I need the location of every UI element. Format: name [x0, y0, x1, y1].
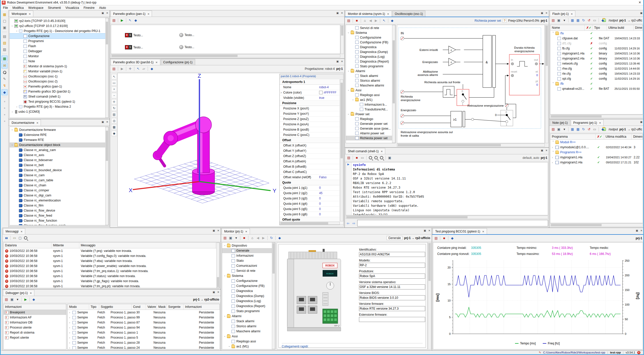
- expander-icon[interactable]: ›: [347, 112, 350, 116]
- column-header[interactable]: Tipo: [89, 304, 99, 310]
- tree-item[interactable]: Firmware RTE: [10, 137, 109, 142]
- tree-item[interactable]: Test ping/pong BCC/31 (pptest-1): [10, 99, 109, 104]
- copy-icon[interactable]: ▣: [228, 235, 233, 240]
- property-row[interactable]: Posizione B (posB): [280, 127, 340, 132]
- debugger-info-item[interactable]: Report di sistema: [4, 330, 66, 335]
- menu-visualizza[interactable]: Visualizza: [63, 6, 81, 10]
- property-row[interactable]: Posizione A (posA): [280, 122, 340, 127]
- column-header[interactable]: Sorgente: [167, 304, 184, 310]
- drop-icon[interactable]: ▾: [15, 297, 20, 302]
- column-header[interactable]: Mask: [157, 304, 167, 310]
- tab-pannello-grafico-3d[interactable]: Pannello grafico 3D (pan3d-1)✕: [111, 59, 160, 65]
- property-group[interactable]: Offset quote: [280, 217, 340, 221]
- scrollbar[interactable]: [272, 243, 275, 349]
- float-icon[interactable]: ▣: [101, 121, 104, 123]
- panel-widget-lamp[interactable]: Testo...: [179, 45, 194, 49]
- tree-item[interactable]: ›rp2-ufficio [TCP/IP 10.0.17.2:8100]: [10, 23, 109, 28]
- scrollbar[interactable]: [105, 18, 109, 118]
- close-icon[interactable]: ✕: [546, 149, 548, 152]
- tree-item[interactable]: Allarmi power set: [346, 131, 395, 136]
- copy-icon[interactable]: ▣: [556, 127, 561, 132]
- column-header[interactable]: Modo: [68, 304, 89, 310]
- debugger-info-item[interactable]: Breakpoint: [4, 310, 66, 315]
- tree-item[interactable]: ›Allarmi: [346, 69, 395, 73]
- debugger-info-item[interactable]: Report utente: [4, 335, 66, 340]
- hand-icon[interactable]: ▭: [360, 155, 365, 160]
- property-row[interactable]: Quota joint 6 (qj6)0: [280, 212, 340, 217]
- field-input[interactable]: [359, 295, 425, 300]
- config-icon[interactable]: ▨: [2, 47, 7, 52]
- table-row[interactable]: ›SempreFetchProcesso 1, passo 24NessunaP…: [68, 345, 220, 349]
- property-group[interactable]: Antropomorfo 1: [280, 79, 340, 85]
- page-icon[interactable]: ▢: [18, 235, 22, 240]
- table-row[interactable]: ✕10/03/2022 10:36:58sysm-1Variabile (?.g…: [4, 279, 220, 284]
- table-row[interactable]: rte.cfg✓config19/04/2021 14:23:33: [550, 71, 643, 76]
- tree-item[interactable]: Servizi di rete: [222, 268, 275, 273]
- tab-messaggi[interactable]: Messaggi✕: [3, 228, 25, 234]
- tree-item[interactable]: Classe rc_cam: [10, 173, 109, 178]
- hand-icon[interactable]: ▭: [592, 127, 597, 132]
- book-icon[interactable]: ◆: [600, 127, 605, 132]
- new-document-icon[interactable]: ▢: [2, 18, 7, 24]
- table-row[interactable]: df1.cfg✗config: [550, 41, 643, 46]
- table-row[interactable]: ›mymodule1@1.0.0....✓02/02/2022 14:40:34…: [550, 145, 643, 150]
- tree-item[interactable]: Riepilogo: [346, 116, 395, 121]
- property-row[interactable]: Offset Y (offsetY): [280, 148, 340, 154]
- field-input[interactable]: [359, 252, 425, 257]
- tree-item[interactable]: Programmi: [10, 39, 109, 44]
- rungray-icon[interactable]: ▶: [120, 66, 124, 71]
- tree-item[interactable]: Storico allarmi: [222, 324, 275, 329]
- column-header[interactable]: Dime: [634, 25, 643, 31]
- tree-item[interactable]: Generale: [222, 248, 275, 253]
- float-icon[interactable]: ▣: [213, 229, 215, 232]
- tree-item[interactable]: Generale power set: [346, 121, 395, 126]
- field-input[interactable]: [359, 306, 425, 311]
- expander-icon[interactable]: ›: [223, 315, 226, 318]
- table-row[interactable]: network.cfg✓config19/02/2021 13:39:46: [550, 61, 643, 66]
- scrollbar[interactable]: [346, 216, 548, 219]
- property-group[interactable]: Quote: [280, 180, 340, 185]
- pointer-icon[interactable]: ↖: [382, 18, 387, 23]
- table-row[interactable]: ›myprogram2.r4a✓09/02/2022 17:21:21102: [550, 160, 643, 165]
- field-input[interactable]: [359, 274, 425, 279]
- form-icon[interactable]: ▤: [112, 18, 116, 23]
- table-row[interactable]: xpl.cfg✓config11/02/2021 14:29:16: [550, 76, 643, 81]
- toggle-switch-icon[interactable]: 01: [125, 33, 132, 37]
- window-split-icon[interactable]: ▫: [2, 105, 7, 111]
- close-icon[interactable]: ✕: [640, 229, 642, 232]
- close-icon[interactable]: ✕: [381, 150, 383, 153]
- float-icon[interactable]: ▣: [336, 60, 339, 63]
- tree-item[interactable]: Estensione RPE: [10, 132, 109, 137]
- tree-item[interactable]: Classe rc_flow_feed: [10, 213, 109, 218]
- column-header[interactable]: ✗✓: [596, 134, 604, 139]
- table-row[interactable]: ✕10/03/2022 10:36:58sysm-1Variabile (?.t…: [4, 284, 220, 288]
- magicon-icon[interactable]: [374, 155, 378, 160]
- tree-item[interactable]: Diagnostica (Report): [346, 59, 395, 64]
- expander-icon[interactable]: ›: [228, 345, 231, 348]
- table-row[interactable]: ✕10/03/2022 10:36:58sysm-1Variabile (?.p…: [4, 263, 220, 269]
- zoom-window-icon[interactable]: ▭: [111, 80, 117, 86]
- tree-item[interactable]: Classe rc_cam_table: [10, 178, 109, 183]
- property-row[interactable]: Quota joint 3 (qj3)0: [280, 196, 340, 201]
- property-row[interactable]: Posizione Y (posY): [280, 111, 340, 116]
- close-icon[interactable]: ✕: [30, 292, 32, 294]
- property-row[interactable]: Posizione Z (posZ): [280, 116, 340, 122]
- tree-item[interactable]: Riepilogo assi: [222, 339, 275, 344]
- close-icon[interactable]: ✕: [156, 61, 158, 64]
- expander-icon[interactable]: ›: [15, 29, 18, 33]
- expander-icon[interactable]: ›: [11, 128, 14, 132]
- property-row[interactable]: Quota joint 1 (qj1)0: [280, 185, 340, 191]
- save-icon[interactable]: ▣: [2, 25, 7, 30]
- eraser-icon[interactable]: ▭: [12, 235, 17, 240]
- search-icon[interactable]: [2, 70, 7, 75]
- tree-item[interactable]: rp2-loris [TCP/IP 10.0.45.3:8100]: [10, 18, 109, 23]
- folder-icon[interactable]: ▧: [2, 40, 7, 46]
- refresh-icon[interactable]: ↻: [269, 235, 274, 240]
- pointer-icon[interactable]: ↖: [136, 66, 141, 71]
- color-swatch[interactable]: [319, 91, 323, 94]
- tree-item[interactable]: Maschere allarmi: [346, 83, 395, 88]
- book-icon[interactable]: ◆: [450, 236, 455, 241]
- tree-item[interactable]: Stato: [222, 258, 275, 263]
- close-icon[interactable]: ✕: [29, 13, 31, 15]
- tab-workspace[interactable]: Workspace✕: [9, 11, 33, 17]
